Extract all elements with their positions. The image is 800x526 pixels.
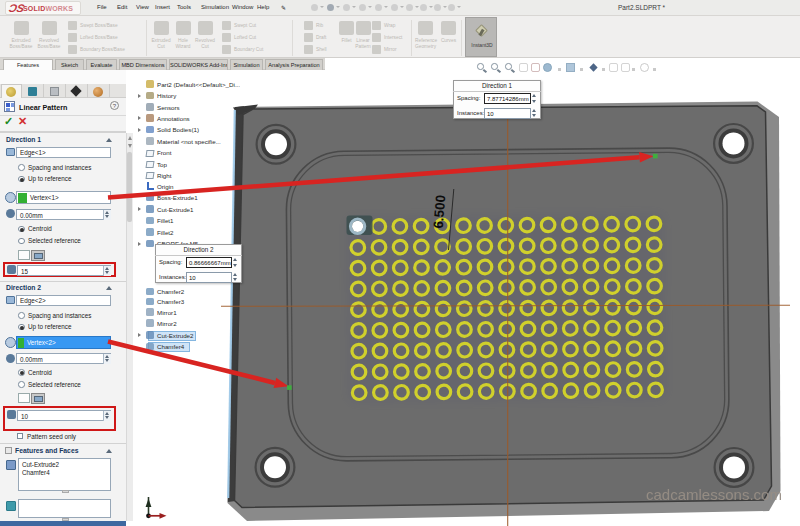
svg-text:6.500: 6.500 <box>431 194 448 229</box>
svg-text:cadcamlessons.com: cadcamlessons.com <box>646 486 782 503</box>
